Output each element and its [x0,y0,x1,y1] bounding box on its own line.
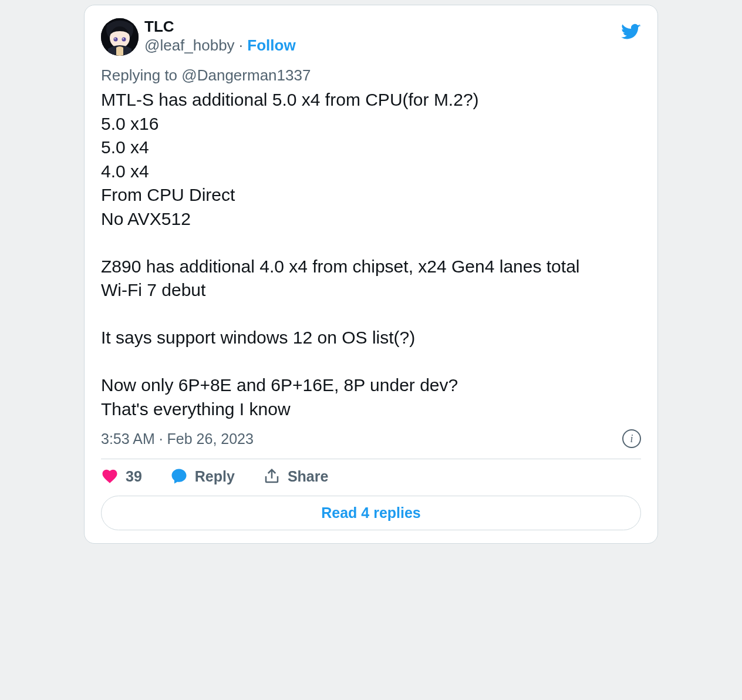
avatar[interactable] [101,18,139,56]
reply-button[interactable]: Reply [170,467,235,485]
timestamp[interactable]: 3:53 AM · Feb 26, 2023 [101,430,254,447]
author-handle[interactable]: @leaf_hobby [144,36,235,54]
svg-point-2 [114,38,118,42]
reply-context[interactable]: Replying to @Dangerman1337 [101,66,641,85]
reply-label: Reply [195,468,235,485]
tweet-text: MTL-S has additional 5.0 x4 from CPU(for… [101,88,641,421]
action-bar: 39 Reply Share [101,467,641,485]
info-icon[interactable]: i [622,429,641,448]
share-button[interactable]: Share [263,467,328,485]
share-label: Share [288,468,328,485]
divider [101,459,641,459]
like-count: 39 [126,468,142,485]
tweet-header: TLC @leaf_hobby · Follow [101,18,641,56]
svg-point-5 [123,38,124,39]
share-icon [263,467,281,485]
like-button[interactable]: 39 [101,467,142,485]
author-display-name[interactable]: TLC [144,18,621,36]
twitter-logo-icon[interactable] [621,18,641,44]
tweet-card: TLC @leaf_hobby · Follow Replying to @Da… [84,5,658,544]
svg-point-3 [122,38,126,42]
reply-icon [170,467,188,485]
separator-dot: · [235,36,248,54]
heart-icon [101,467,119,485]
follow-link[interactable]: Follow [247,36,295,54]
svg-point-4 [114,38,116,39]
read-replies-button[interactable]: Read 4 replies [101,496,641,530]
